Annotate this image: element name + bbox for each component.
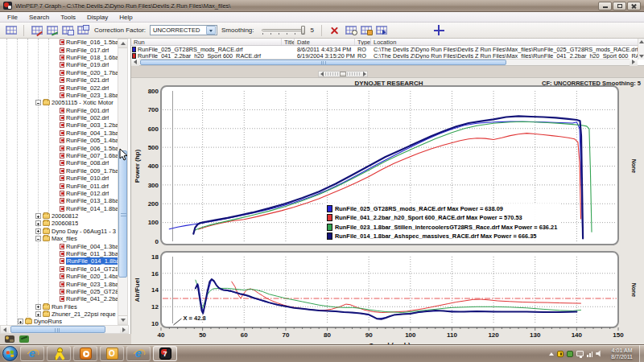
graph-pen-button[interactable] — [29, 23, 44, 37]
graph-pan-button[interactable] — [359, 23, 374, 37]
tree-item[interactable]: RunFile_014_1.8ba — [0, 257, 118, 265]
expand-icon[interactable] — [35, 213, 41, 219]
graph-zoom-button[interactable] — [344, 23, 359, 37]
tool-icon-2[interactable] — [19, 335, 29, 343]
menu-help[interactable]: Help — [114, 14, 138, 21]
tree-item[interactable]: RunFile_017.drf — [0, 46, 118, 53]
scroll-left-button[interactable] — [319, 72, 324, 76]
tree-item[interactable]: RunFile_022.drf — [0, 84, 118, 91]
tree-item[interactable]: RunFile_019.drf — [0, 61, 118, 68]
expand-icon[interactable] — [35, 220, 41, 226]
volume-icon[interactable] — [596, 350, 603, 357]
expand-icon[interactable] — [35, 304, 41, 310]
green-tray-icon[interactable] — [567, 351, 573, 357]
table-row[interactable]: RunFile_025_GT28RS_mods_RACE.drf8/6/2011… — [131, 46, 644, 53]
tree-item[interactable]: Dyno Day - 06Aug11 - 3 — [0, 228, 118, 235]
tree-item[interactable]: RunFile_021.drf — [0, 76, 118, 84]
tree-item[interactable]: RunFile_025_GT28 — [0, 288, 118, 295]
graph-multi-button[interactable] — [75, 23, 90, 37]
scroll-down-button[interactable] — [118, 315, 127, 324]
scroll-right-button[interactable] — [630, 59, 638, 66]
graph-copy-button[interactable] — [60, 23, 75, 37]
tree-item[interactable]: RunFile_012.drf — [0, 190, 118, 197]
smoothing-slider[interactable] — [260, 25, 305, 35]
hidden-icons-icon[interactable] — [549, 350, 554, 356]
scroll-up-button[interactable] — [638, 39, 644, 45]
expand-icon[interactable] — [35, 311, 41, 317]
delete-graph-button[interactable] — [327, 23, 342, 37]
aim-taskbar-button[interactable] — [47, 346, 71, 361]
table-hscrollbar-thumb[interactable] — [140, 60, 506, 65]
crosshair-button[interactable] — [431, 23, 447, 37]
tree-item[interactable]: RunFile_008.drf — [0, 159, 118, 167]
scroll-right-button[interactable] — [120, 326, 128, 333]
tree-scrollbar-thumb[interactable] — [118, 150, 127, 278]
tree-item[interactable]: RunFile_011_1.3ba — [0, 250, 118, 257]
scroll-up-button[interactable] — [118, 39, 127, 48]
correction-factor-select[interactable]: UNCORRECTED — [150, 25, 217, 35]
table-horizontal-scrollbar[interactable] — [131, 59, 638, 66]
table-vertical-scrollbar[interactable] — [638, 39, 644, 60]
menu-file[interactable]: File — [2, 14, 23, 21]
minimize-button[interactable] — [598, 2, 612, 10]
winpep-taskbar-button[interactable]: 7 — [153, 346, 177, 361]
wmp-taskbar-button[interactable] — [73, 346, 97, 361]
show-desktop-button[interactable] — [639, 345, 644, 362]
tree-item[interactable]: Max_files — [0, 235, 118, 242]
tree-item[interactable]: RunFile_011.drf — [0, 182, 118, 189]
tree-horizontal-scrollbar[interactable] — [0, 325, 129, 334]
tree-item[interactable]: RunFile_016_1.5ba — [0, 39, 118, 46]
table-grid-button[interactable] — [3, 23, 19, 37]
tree-item[interactable]: RunFile_013_1.8ba — [0, 197, 118, 204]
column-header-location[interactable]: Location — [371, 39, 644, 45]
tree-item[interactable]: RunFile_020_1.4ba — [0, 273, 118, 280]
tree-item[interactable]: RunFile_007_1.6ba — [0, 152, 118, 159]
tree-item[interactable]: RunFile_004_1.3ba — [0, 130, 118, 137]
signal-strength-icon[interactable] — [587, 351, 592, 357]
tree-item[interactable]: RunFile_018_1.6ba — [0, 54, 118, 61]
tree-hscrollbar-thumb[interactable] — [10, 326, 105, 333]
column-header-run[interactable]: Run — [131, 39, 282, 45]
column-header-title[interactable]: Title — [282, 39, 295, 45]
tree-item[interactable]: 20051115 - Xotic Motor — [0, 99, 118, 106]
tree-item[interactable]: RunFile_023_1.8ba — [0, 280, 118, 287]
menu-tools[interactable]: Tools — [55, 14, 81, 21]
column-header-date[interactable]: Date — [295, 39, 355, 45]
tree-item[interactable]: RunFile_020_1.7ba — [0, 69, 118, 76]
scroll-left-button[interactable] — [131, 59, 139, 66]
graph-next-button[interactable] — [374, 23, 390, 37]
collapse-icon[interactable] — [35, 100, 41, 105]
scroll-down-button[interactable] — [638, 53, 644, 60]
tree-item[interactable]: RunFile_023_1.8ba — [0, 92, 118, 99]
taskbar-clock[interactable]: 4:01 AM 8/7/2011 — [611, 348, 633, 360]
tree-item[interactable]: 20060815 — [0, 220, 118, 227]
expand-icon[interactable] — [18, 319, 23, 324]
split-slider-thumb[interactable] — [340, 72, 346, 76]
tool-icon-1[interactable] — [5, 335, 14, 343]
ie-taskbar-button[interactable]: e — [126, 346, 151, 361]
tree-item[interactable]: RunFile_009_1.7ba — [0, 167, 118, 175]
expand-icon[interactable] — [35, 228, 41, 234]
tree-item[interactable]: RunFile_041_2.2ba — [0, 295, 118, 302]
scroll-right-button[interactable] — [361, 72, 367, 76]
restore-button[interactable] — [613, 2, 626, 10]
start-button[interactable] — [2, 346, 18, 361]
column-header-type[interactable]: Type — [355, 39, 371, 45]
ie-taskbar-button[interactable]: e — [20, 346, 44, 361]
scroll-left-button[interactable] — [1, 326, 9, 333]
graph-line-button[interactable] — [44, 23, 60, 37]
tree-item[interactable]: RunFile_006_1.5ba — [0, 144, 118, 151]
tree-item[interactable]: RunFile_001.drf — [0, 106, 118, 113]
close-button[interactable] — [627, 2, 641, 10]
split-slider[interactable] — [318, 71, 368, 77]
tree-item[interactable]: RunFile_003_1.2ba — [0, 121, 118, 129]
tree-item[interactable]: RunFile_005_1.4ba — [0, 137, 118, 144]
collapse-icon[interactable] — [35, 236, 41, 241]
tree-item[interactable]: RunFile_014_1.8ba — [0, 204, 118, 212]
tree-vertical-scrollbar[interactable] — [118, 39, 128, 325]
menu-display[interactable]: Display — [81, 14, 114, 21]
network-icon[interactable] — [576, 351, 584, 356]
tree-item[interactable]: Run Files — [0, 303, 118, 311]
tree-item[interactable]: RunFile_010.drf — [0, 175, 118, 182]
menu-search[interactable]: Search — [23, 14, 55, 21]
